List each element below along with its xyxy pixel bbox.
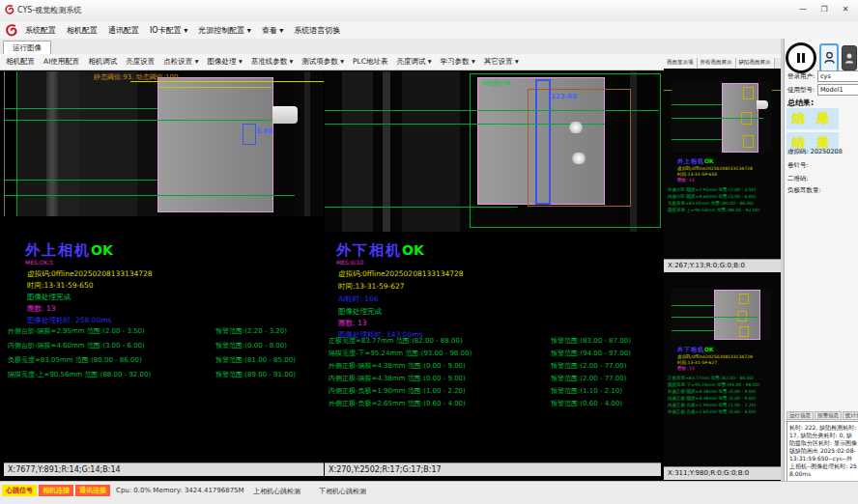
app-window: CYS-视觉检测系统 — ❐ ✕ 系统配置相机配置通讯配置IO卡配置 ▾光源控制…: [0, 0, 858, 504]
toolbar-item[interactable]: 学习参数 ▾: [441, 57, 475, 66]
mes-status: MES:OK/1: [25, 259, 53, 266]
measurement-value: 正极宽度=83.77mm 范围:(82.00 - 88.00): [329, 335, 551, 348]
measurement-row: 负极宽度=83.05mm 范围:(80.00 - 86.00): [668, 200, 759, 207]
user-manage-button[interactable]: [842, 45, 857, 70]
status-bar: 心跳信号 相机连接 通讯连接 Cpu: 0.0% Memory: 3424.41…: [0, 481, 858, 504]
cam-down-heartbeat-text: 下相机心跳检测: [319, 487, 366, 496]
mes-status: MES:0/10: [336, 259, 363, 266]
menu-item[interactable]: 系统配置: [25, 26, 56, 35]
thumb-tab[interactable]: 所有画面展示: [698, 58, 736, 69]
menu-item[interactable]: IO卡配置 ▾: [150, 26, 187, 35]
info-barcode: 虚拟码: 20250208: [787, 148, 843, 156]
toolbar-item[interactable]: 测试项参数 ▾: [301, 57, 344, 66]
camera-title-center: 外下相机OK: [336, 241, 424, 260]
measurements-left: 外侧台阶-隔膜=2.95mm 范围:(2.00 - 3.50)预警范围:(2.2…: [8, 324, 323, 382]
toolbar-item[interactable]: 亮度调试 ▾: [396, 57, 431, 66]
comm-link-badge: 通讯连接: [75, 485, 110, 496]
thumbnail-2[interactable]: 外下相机OK 虚拟码:0ffline20250208133134728 时间:1…: [664, 272, 781, 464]
thumb-measurements: 正极宽度=83.77mm 范围:(82.00 - 88.00)隔膜宽度-下=95…: [668, 375, 759, 415]
control-panel: 登录用户: cys 使用型号: Model1 总结果: 结 果 结 果 虚拟码:…: [784, 39, 858, 481]
measurement-value: 负极宽度=83.05mm 范围:(80.00 - 86.00): [8, 353, 215, 368]
time-line: 时间:13-31-59-627: [338, 282, 405, 292]
log-tab[interactable]: 报警信息: [815, 411, 842, 420]
brand-logo-icon: [4, 23, 19, 38]
log-tab[interactable]: 运行信息: [786, 411, 814, 420]
info-qrcode: 二维码:: [787, 175, 809, 183]
annotation-box: [739, 326, 749, 337]
measurement-warn-range: 预警范围:(2.00 - 77.00): [551, 362, 626, 370]
close-button[interactable]: ✕: [835, 2, 856, 17]
measurement-row: 内侧正极-负极=1.90mm 范围:(1.00 - 2.20): [668, 402, 759, 408]
menu-item[interactable]: 光源控制配置 ▾: [198, 26, 251, 35]
image-shape: [304, 71, 310, 216]
barcode-line: 虚拟码:0ffline20250208133134728: [677, 354, 753, 359]
toolbar-item[interactable]: 相机配置: [6, 57, 35, 66]
menu-item[interactable]: 通讯配置: [108, 26, 139, 35]
pause-button[interactable]: [786, 42, 816, 73]
measurement-row: 内侧台阶-隔膜=4.60mm 范围:(3.00 - 6.00)预警范围:(0.0…: [8, 339, 323, 353]
barcode-line: 虚拟码:0ffline20250208133134728: [27, 269, 153, 279]
toolbar-item[interactable]: 点检设置 ▾: [163, 57, 198, 66]
thumbnail-1[interactable]: 外上相机OK 虚拟码:0ffline20250208133134728 时间:1…: [664, 69, 781, 259]
measurement-value: 外侧台阶-隔膜=2.95mm 范围:(2.00 - 3.50): [8, 324, 215, 339]
model-value-field[interactable]: Model1: [817, 84, 858, 96]
menu-items: 系统配置相机配置通讯配置IO卡配置 ▾光源控制配置 ▾查看 ▾系统语言切换: [25, 25, 351, 36]
menu-item[interactable]: 系统语言切换: [294, 26, 340, 35]
overlay-line: [325, 110, 659, 111]
pause-icon: [796, 52, 806, 64]
log-text-box[interactable]: 耗时: 222, 缺陷检测耗时: 17, 缺陷分类耗时: 0, 缺陷提取分区耗时…: [786, 421, 858, 483]
overlay-line: [672, 330, 714, 331]
user-dark-icon: [844, 52, 854, 65]
log-tab[interactable]: 统计信息: [843, 411, 858, 420]
toolbar-item[interactable]: 亮度设置: [126, 57, 155, 66]
user-login-button[interactable]: [819, 43, 839, 72]
measurement-row: 负极宽度=83.05mm 范围:(80.00 - 86.00)预警范围:(81.…: [8, 353, 323, 368]
measurement-row: 外侧正极-隔膜=4.38mm 范围:(0.00 - 9.00): [668, 388, 759, 395]
toolbar-item[interactable]: 其它设置 ▾: [484, 57, 519, 66]
maximize-button[interactable]: ❐: [814, 2, 835, 17]
time-line: 时间:13-31-59-650: [27, 281, 94, 291]
thumb-tab[interactable]: 缺陷画面展示: [736, 58, 775, 69]
user-icon: [824, 51, 835, 65]
camera-image-center[interactable]: AI检测区域 123.60: [325, 71, 661, 232]
result-ok: OK: [402, 242, 424, 258]
window-controls: — ❐ ✕: [792, 2, 856, 17]
cursor-status-left: X:7677,Y:891;R:14;G:14;B:14: [4, 462, 324, 476]
toolbar-item[interactable]: 相机调试: [88, 57, 117, 66]
camera-image-left[interactable]: 3.88 静态阈值:93, 动态阈值:100: [4, 71, 324, 216]
camera-name: 外上相机: [677, 157, 704, 164]
log-tabs: 运行信息报警信息统计信息: [786, 411, 858, 420]
camera-name: 外下相机: [336, 241, 402, 259]
measurement-value: 内侧正极-负极=1.90mm 范围:(1.00 - 2.20): [329, 385, 551, 398]
menu-item[interactable]: 查看 ▾: [262, 26, 284, 35]
connector-tab: [272, 106, 298, 124]
model-label: 使用型号:: [787, 86, 815, 95]
time-line: 时间:13-31-59-627: [677, 360, 717, 365]
toolbar-item[interactable]: AI使用配置: [43, 57, 79, 66]
ai-elapsed-line: AI耗时: 166: [338, 294, 379, 304]
measurement-warn-range: 预警范围:(2.20 - 3.20): [215, 327, 287, 335]
overlay-line: [157, 87, 272, 88]
image-shape: [342, 71, 373, 232]
toolbar-item[interactable]: 基准线参数 ▾: [251, 57, 294, 66]
login-label: 登录用户:: [787, 72, 815, 81]
login-value-field[interactable]: cys: [817, 70, 858, 82]
overlay-line: [325, 207, 518, 208]
menu-item[interactable]: 相机配置: [67, 26, 98, 35]
measurement-value: 外侧正极-负极=2.65mm 范围:(0.60 - 4.00): [668, 409, 756, 414]
measurement-row: 内侧正极-隔膜=4.38mm 范围:(0.00 - 9.00): [668, 395, 759, 402]
measurement-row: 正极宽度=83.77mm 范围:(82.00 - 88.00): [668, 375, 759, 381]
measurements-center: 正极宽度=83.77mm 范围:(82.00 - 88.00)预警范围:(83.…: [329, 335, 661, 410]
toolbar-item[interactable]: PLC地址表: [353, 57, 387, 66]
minimize-button[interactable]: —: [792, 2, 814, 17]
loops-line: 圈数: 13: [338, 319, 366, 328]
measurement-warn-range: 预警范围:(83.00 - 87.00): [551, 337, 631, 345]
tab-run-image[interactable]: 运行图像: [3, 41, 51, 55]
toolbar-item[interactable]: 图像处理 ▾: [208, 57, 243, 66]
total-result-label: 总结果:: [787, 98, 814, 108]
thumb-tab[interactable]: 画面显示项: [664, 58, 698, 69]
bright-spot: [568, 122, 584, 133]
result-ok: OK: [704, 157, 714, 164]
measurement-row: 外侧台阶-隔膜=2.95mm 范围:(2.00 - 3.50)预警范围:(2.2…: [8, 324, 323, 339]
thumb-image: [672, 81, 772, 153]
